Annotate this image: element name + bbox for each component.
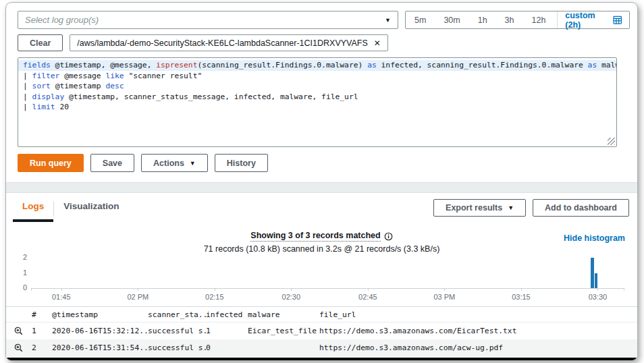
query-line[interactable]: | filter @message like "scanner result" [18,71,616,82]
table-body: 12020-06-16T15:32:12...successful s...1E… [6,323,637,358]
add-to-dashboard-button[interactable]: Add to dashboard [533,199,629,217]
query-token: | [23,92,32,101]
query-token: sort [32,82,51,90]
query-token: ispresent [156,61,197,69]
screenshot-cut-edge [6,358,637,360]
hide-histogram-link[interactable]: Hide histogram [564,233,625,243]
clear-button[interactable]: Clear [18,34,63,51]
histogram-bar [595,273,597,289]
y-axis-label: 0 [23,283,27,291]
histogram-bar [591,258,594,288]
cell-file-url: https://demo.s3.amazonaws.com/acw-ug.pdf [319,343,637,352]
log-group-tag: /aws/lambda/-demo-SecurityStack-KE6LC-la… [70,34,388,51]
header-cell: infected [206,310,248,319]
custom-range-label: custom (2h) [565,11,608,30]
histogram-x-axis-labels: 01:4502 PM02:1502:3002:4503 PM03:1503:30 [31,289,624,301]
x-axis-end-tick [624,288,624,291]
row-number: 2 [32,343,52,352]
query-token: @timestamp, scanner_status_message, infe… [64,92,358,101]
log-group-row: Select log group(s) ▼ 5m30m1h3h12h custo… [18,11,630,29]
query-token: as [367,61,377,69]
cell-timestamp: 2020-06-16T15:31:54... [52,343,148,352]
query-token: limit [32,103,55,111]
results-table: #@timestampscanner_sta...infectedmalware… [6,306,637,358]
cell-infected: 0 [206,343,248,352]
time-range-selector: 5m30m1h3h12h custom (2h) [405,11,630,29]
header-cell: scanner_sta... [148,310,206,319]
run-query-button[interactable]: Run query [18,154,84,172]
info-icon[interactable] [384,232,393,241]
histogram-plot-area: 210 [31,258,624,289]
query-token: desc [105,82,124,90]
query-line[interactable]: fields @timestamp, @message, ispresent(s… [18,60,616,71]
chevron-down-icon: ▼ [508,204,514,211]
x-axis-label: 02 PM [127,293,149,301]
results-actions: Export results ▼ Add to dashboard [433,199,629,217]
query-editor[interactable]: fields @timestamp, @message, ispresent(s… [18,57,617,147]
query-token: @message [59,72,105,80]
y-axis-label: 2 [23,253,27,261]
query-token: | [23,72,32,80]
time-range-list: 5m30m1h3h12h [406,11,554,28]
query-token: malware, file_url [597,61,617,69]
time-range-3h[interactable]: 3h [496,11,523,28]
table-row: 22020-06-16T15:31:54...successful s...0h… [6,339,637,356]
x-axis-label: 02:45 [358,293,377,301]
selected-log-groups-row: Clear /aws/lambda/-demo-SecurityStack-KE… [18,34,388,51]
chevron-down-icon: ▼ [190,160,196,167]
custom-range-button[interactable]: custom (2h) [558,11,629,28]
cell-file-url: https://demo.s3.amazonaws.com/EicarTest.… [319,327,637,335]
cell-infected: 1 [206,327,248,335]
calendar-icon [613,15,622,25]
table-header-row: #@timestampscanner_sta...infectedmalware… [6,306,637,323]
export-results-button[interactable]: Export results ▼ [433,199,526,217]
x-axis-label: 01:45 [52,293,71,301]
chevron-down-icon: ▼ [385,17,391,24]
x-axis-label: 02:15 [205,293,224,301]
cell-scanner-status: successful s... [148,327,206,335]
query-token: filter [32,72,60,80]
history-button[interactable]: History [215,154,268,172]
editor-resize-handle[interactable] [608,138,615,145]
log-group-select[interactable]: Select log group(s) ▼ [18,11,398,29]
tab-visualization[interactable]: Visualization [54,199,128,219]
panel-separator [6,182,637,193]
time-range-12h[interactable]: 12h [523,11,555,28]
x-axis-label: 03 PM [433,293,455,301]
expand-row-icon[interactable] [14,327,32,335]
records-matched-text: Showing 3 of 3 records matched [250,231,380,242]
cell-timestamp: 2020-06-16T15:32:12... [52,327,148,335]
expand-row-icon[interactable] [14,343,32,352]
actions-dropdown-button[interactable]: Actions ▼ [141,154,208,172]
query-token: | [23,103,32,111]
query-token: display [32,92,65,101]
time-range-30m[interactable]: 30m [435,11,468,28]
query-line[interactable]: | display @timestamp, scanner_status_mes… [18,92,616,103]
query-token: @timestamp [51,82,106,90]
save-button[interactable]: Save [90,154,134,172]
query-token: fields [23,61,51,69]
header-cell: file_url [319,310,637,319]
header-cell: # [32,310,52,319]
results-summary: Showing 3 of 3 records matched 71 record… [6,229,637,254]
query-actions-row: Run query Save Actions ▼ History [18,154,268,172]
query-line[interactable]: | limit 20 [18,102,616,113]
tab-logs[interactable]: Logs [13,199,53,222]
x-axis-label: 02:30 [282,293,301,301]
query-token: 20 [55,103,69,111]
query-token: as [588,61,597,69]
time-range-5m[interactable]: 5m [406,11,435,28]
results-panel: Logs Visualization Export results ▼ Add … [6,193,637,360]
x-axis-label: 03:30 [589,293,608,301]
scan-stats-text: 71 records (10.8 kB) scanned in 3.2s @ 2… [6,244,637,254]
time-range-1h[interactable]: 1h [469,11,496,28]
y-axis-label: 1 [23,269,27,277]
query-token: | [23,82,32,90]
remove-log-group-icon[interactable]: ✕ [374,38,381,48]
query-token: like [105,72,124,80]
cell-malware: Eicar_test_file [248,327,319,335]
query-token: infected, scanning_result.Findings.0.mal… [377,61,588,69]
records-histogram: 210 01:4502 PM02:1502:3002:4503 PM03:150… [20,258,624,302]
query-line[interactable]: | sort @timestamp desc [18,81,616,92]
row-number: 1 [32,327,52,335]
